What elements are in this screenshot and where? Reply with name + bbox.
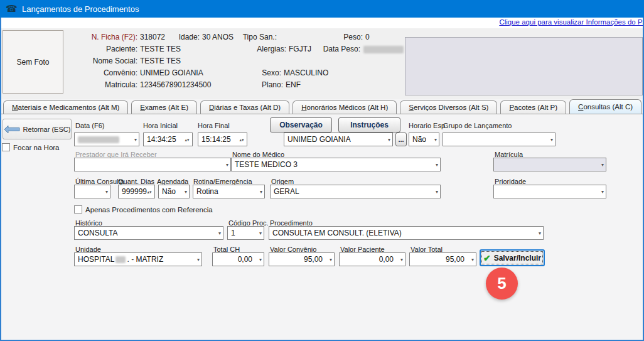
alergias-label: Alergias: bbox=[211, 45, 286, 53]
valor-convenio-value: 95,00 bbox=[304, 255, 323, 264]
salvar-incluir-label: Salvar/Incluir bbox=[494, 254, 541, 263]
tab-exames[interactable]: Exames (Alt E) bbox=[131, 100, 197, 114]
valor-total-field[interactable]: 95,00 ▾ bbox=[409, 252, 476, 266]
total-ch-field[interactable]: 0,00 ▾ bbox=[212, 252, 264, 266]
valor-paciente-field[interactable]: 0,00 ▾ bbox=[339, 252, 405, 266]
patient-peso-row: Peso:0 bbox=[287, 33, 370, 41]
convenio-ellipsis-button[interactable]: ... bbox=[395, 133, 407, 146]
retornar-button[interactable]: Retornar (ESC) bbox=[3, 119, 72, 139]
nome-medico-combo[interactable]: TESTE MEDICO 3 ▾ bbox=[231, 158, 441, 171]
horario-esp-combo[interactable]: Não ▾ bbox=[409, 133, 439, 146]
horario-esp-value: Não bbox=[412, 135, 426, 144]
tab-pacotes[interactable]: Pacotes (Alt P) bbox=[500, 100, 566, 114]
salvar-incluir-button[interactable]: ✔ Salvar/Incluir bbox=[480, 249, 545, 266]
tab-materiais-medicamentos[interactable]: Materiais e Medicamentos (Alt M) bbox=[3, 100, 128, 114]
matricula-value: 12345678901234500 bbox=[140, 80, 211, 89]
dropdown-arrow-icon: ▾ bbox=[601, 162, 604, 168]
plano-value: ENF bbox=[286, 80, 301, 89]
convenio-combo[interactable]: UNIMED GOIANIA ▾ bbox=[284, 133, 393, 146]
patient-tiposan-row: Tipo San.: bbox=[201, 33, 279, 41]
quant-dias-value: 999999 bbox=[122, 187, 147, 196]
apenas-referencia-checkbox[interactable]: Apenas Procedimentos com Referencia bbox=[74, 205, 213, 214]
focar-na-hora-checkbox[interactable]: Focar na Hora bbox=[2, 143, 60, 151]
observacao-button[interactable]: Observação bbox=[270, 117, 332, 133]
patient-sexo-row: Sexo:MASCULINO bbox=[206, 68, 328, 77]
hora-final-value: 15:14:25 bbox=[201, 135, 231, 144]
tab-servicos-diversos[interactable]: Serviços Diversos (Alt S) bbox=[400, 100, 497, 114]
unidade-value-prefix: HOSPITAL bbox=[78, 255, 114, 264]
convenio-value: UNIMED GOIANIA bbox=[140, 68, 203, 77]
check-icon: ✔ bbox=[483, 253, 491, 263]
agendada-value: Não bbox=[162, 187, 176, 196]
historico-combo[interactable]: CONSULTA ▾ bbox=[74, 226, 223, 240]
codigo-proc-combo[interactable]: 1 ▾ bbox=[227, 226, 264, 240]
origem-value: GERAL bbox=[274, 187, 299, 196]
origem-combo[interactable]: GERAL ▾ bbox=[270, 185, 441, 198]
dropdown-arrow-icon: ▾ bbox=[436, 162, 438, 168]
procedimento-value: CONSULTA EM CONSULT. (ELETIVA) bbox=[272, 229, 402, 237]
tipo-san-label: Tipo San.: bbox=[201, 33, 277, 41]
hora-inicial-value: 14:34:25 bbox=[147, 135, 176, 144]
dropdown-arrow-icon: ▾ bbox=[400, 257, 403, 263]
unidade-combo[interactable]: HOSPITAL . - MATRIZ ▾ bbox=[74, 252, 202, 266]
spinner-arrows-icon[interactable]: ▴▾ bbox=[183, 134, 191, 145]
dropdown-arrow-icon: ▾ bbox=[550, 137, 553, 143]
dropdown-arrow-icon: ▾ bbox=[218, 230, 221, 236]
patient-convenio-row: Convênio:UNIMED GOIANIA bbox=[62, 68, 203, 77]
spinner-arrows-icon[interactable]: ▴▾ bbox=[238, 134, 245, 145]
prestador-combo[interactable]: ▾ bbox=[74, 158, 231, 171]
hora-final-label: Hora Final bbox=[198, 122, 230, 129]
window-title: Lançamentos de Procedimentos bbox=[22, 4, 139, 14]
valor-paciente-value: 0,00 bbox=[379, 255, 394, 264]
dropdown-arrow-icon: ▾ bbox=[134, 137, 137, 143]
prioridade-combo[interactable]: ▾ bbox=[493, 185, 606, 198]
peso-label: Peso: bbox=[287, 33, 363, 41]
dropdown-arrow-icon: ▾ bbox=[185, 189, 187, 195]
dropdown-arrow-icon: ▾ bbox=[539, 230, 541, 236]
hora-final-spinner[interactable]: 15:14:25 ▴▾ bbox=[198, 133, 247, 146]
total-ch-value: 0,00 bbox=[238, 255, 252, 264]
apenas-referencia-label: Apenas Procedimentos com Referencia bbox=[85, 206, 213, 214]
photo-placeholder: Sem Foto bbox=[3, 30, 63, 94]
tab-honorarios-medicos[interactable]: Honorários Médicos (Alt H) bbox=[292, 100, 397, 114]
rotina-emergencia-combo[interactable]: Rotina ▾ bbox=[193, 185, 265, 198]
data-peso-redacted-value bbox=[363, 46, 404, 53]
valor-convenio-field[interactable]: 95,00 ▾ bbox=[269, 252, 335, 266]
agendada-combo[interactable]: Não ▾ bbox=[158, 185, 190, 198]
dropdown-arrow-icon: ▾ bbox=[434, 137, 437, 143]
sexo-value: MASCULINO bbox=[284, 68, 328, 77]
data-f6-combo[interactable]: ▾ bbox=[74, 133, 139, 146]
hora-inicial-spinner[interactable]: 14:34:25 ▴▾ bbox=[143, 133, 193, 146]
patient-info-link[interactable]: Clique aqui para visualizar Informações … bbox=[499, 18, 643, 26]
tab-consultas[interactable]: Consultas (Alt C) bbox=[569, 99, 641, 114]
link-strip: Clique aqui para visualizar Informações … bbox=[1, 18, 643, 28]
patient-header: Sem Foto N. Ficha (F2):318072 Paciente:T… bbox=[1, 28, 643, 99]
dropdown-arrow-icon: ▾ bbox=[330, 257, 332, 263]
convenio-label: Convênio: bbox=[62, 68, 137, 77]
ultima-consulta-combo[interactable]: ▾ bbox=[74, 185, 110, 198]
dropdown-arrow-icon: ▾ bbox=[259, 257, 262, 263]
dropdown-arrow-icon: ▾ bbox=[388, 137, 390, 143]
patient-name-row: Paciente:TESTE TES bbox=[62, 45, 181, 53]
patient-extra-panel bbox=[405, 37, 643, 95]
peso-value: 0 bbox=[365, 33, 370, 41]
spinner-arrows-icon[interactable]: ▴▾ bbox=[146, 186, 153, 197]
data-f6-redacted-value bbox=[78, 136, 119, 143]
grupo-lancamento-combo[interactable]: ▾ bbox=[443, 133, 555, 146]
left-arrow-icon bbox=[4, 125, 20, 134]
procedimento-combo[interactable]: CONSULTA EM CONSULT. (ELETIVA) ▾ bbox=[269, 226, 544, 240]
quant-dias-spinner[interactable]: 999999 ▴▾ bbox=[118, 185, 155, 198]
patient-social-row: Nome Social:TESTE TES bbox=[62, 57, 181, 65]
paciente-value: TESTE TES bbox=[140, 45, 181, 53]
checkbox-box bbox=[2, 143, 10, 151]
phone-app-icon: ☎ bbox=[6, 3, 17, 14]
matricula-combo: ▾ bbox=[493, 158, 606, 171]
dropdown-arrow-icon: ▾ bbox=[259, 230, 262, 236]
tab-content-divider bbox=[1, 114, 643, 114]
tab-diarias-taxas[interactable]: Diárias e Taxas (Alt D) bbox=[200, 100, 289, 114]
step-5-badge: 5 bbox=[486, 268, 518, 300]
data-peso-label: Data Peso: bbox=[285, 45, 360, 53]
unidade-value-suffix: . - MATRIZ bbox=[127, 255, 163, 264]
instrucoes-button[interactable]: Instruções bbox=[338, 117, 400, 133]
dropdown-arrow-icon: ▾ bbox=[601, 189, 604, 195]
